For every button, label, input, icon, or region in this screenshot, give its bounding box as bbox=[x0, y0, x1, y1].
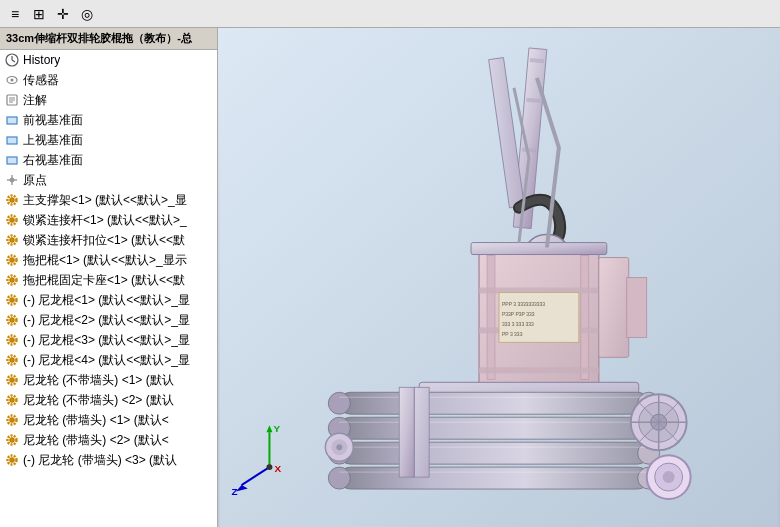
front-plane-icon bbox=[4, 112, 20, 128]
svg-rect-58 bbox=[479, 367, 599, 373]
tree-label-top-plane: 上视基准面 bbox=[23, 132, 83, 149]
tree-item-right-plane[interactable]: 右视基准面 bbox=[0, 150, 217, 170]
svg-rect-55 bbox=[581, 256, 589, 380]
gear-icon-10 bbox=[4, 372, 20, 388]
tree-item-part14[interactable]: (-) 尼龙轮 (带墙头) <3> (默认 bbox=[0, 450, 217, 470]
svg-point-81 bbox=[328, 467, 350, 489]
tree-item-part8[interactable]: (-) 尼龙棍<3> (默认<<默认>_显 bbox=[0, 330, 217, 350]
tree-item-part9[interactable]: (-) 尼龙棍<4> (默认<<默认>_显 bbox=[0, 350, 217, 370]
svg-rect-98 bbox=[399, 387, 414, 477]
tree-label-origin: 原点 bbox=[23, 172, 47, 189]
annotation-icon bbox=[4, 92, 20, 108]
tree-item-part1[interactable]: 主支撑架<1> (默认<<默认>_显 bbox=[0, 190, 217, 210]
svg-point-29 bbox=[10, 338, 15, 343]
tree-label-part1: 主支撑架<1> (默认<<默认>_显 bbox=[23, 192, 187, 209]
gear-icon-2 bbox=[4, 212, 20, 228]
svg-point-17 bbox=[10, 218, 15, 223]
history-icon bbox=[4, 52, 20, 68]
svg-rect-68 bbox=[339, 392, 648, 414]
svg-point-33 bbox=[10, 378, 15, 383]
svg-rect-59 bbox=[471, 243, 607, 255]
3d-viewport[interactable]: PPP 3 3333333333 P33P P3P 333 333 3 333 … bbox=[218, 28, 780, 527]
svg-point-4 bbox=[11, 79, 14, 82]
tree-label-annotation: 注解 bbox=[23, 92, 47, 109]
gear-icon-11 bbox=[4, 392, 20, 408]
tree-label-part11: 尼龙轮 (不带墙头) <2> (默认 bbox=[23, 392, 174, 409]
tree-label-part10: 尼龙轮 (不带墙头) <1> (默认 bbox=[23, 372, 174, 389]
toolbar-icon-2[interactable]: ⊞ bbox=[28, 3, 50, 25]
feature-tree-scroll[interactable]: History 传感器 bbox=[0, 50, 217, 527]
sensor-icon bbox=[4, 72, 20, 88]
svg-text:PPP 3 3333333333: PPP 3 3333333333 bbox=[502, 301, 545, 307]
toolbar-icon-3[interactable]: ✛ bbox=[52, 3, 74, 25]
svg-rect-66 bbox=[627, 278, 647, 338]
svg-point-41 bbox=[10, 458, 15, 463]
svg-text:Y: Y bbox=[273, 423, 280, 434]
feature-tree-title: 33cm伸缩杆双排轮胶棍拖（教布）-总 bbox=[0, 28, 217, 50]
origin-icon bbox=[4, 172, 20, 188]
tree-item-part11[interactable]: 尼龙轮 (不带墙头) <2> (默认 bbox=[0, 390, 217, 410]
svg-point-21 bbox=[10, 258, 15, 263]
gear-icon-5 bbox=[4, 272, 20, 288]
svg-rect-80 bbox=[339, 467, 648, 489]
tree-item-sensor[interactable]: 传感器 bbox=[0, 70, 217, 90]
svg-point-25 bbox=[10, 298, 15, 303]
svg-point-39 bbox=[10, 438, 15, 443]
svg-point-93 bbox=[336, 444, 342, 450]
tree-item-part2[interactable]: 锁紧连接杆<1> (默认<<默认>_ bbox=[0, 210, 217, 230]
svg-point-19 bbox=[10, 238, 15, 243]
svg-point-31 bbox=[10, 358, 15, 363]
gear-icon-4 bbox=[4, 252, 20, 268]
svg-point-35 bbox=[10, 398, 15, 403]
tree-item-part7[interactable]: (-) 尼龙棍<2> (默认<<默认>_显 bbox=[0, 310, 217, 330]
tree-item-front-plane[interactable]: 前视基准面 bbox=[0, 110, 217, 130]
svg-point-69 bbox=[328, 392, 350, 414]
svg-point-27 bbox=[10, 318, 15, 323]
gear-icon-12 bbox=[4, 412, 20, 428]
tree-label-part12: 尼龙轮 (带墙头) <1> (默认< bbox=[23, 412, 169, 429]
svg-text:PP 3 333: PP 3 333 bbox=[502, 331, 523, 337]
tree-label-part9: (-) 尼龙棍<4> (默认<<默认>_显 bbox=[23, 352, 190, 369]
tree-label-part6: (-) 尼龙棍<1> (默认<<默认>_显 bbox=[23, 292, 190, 309]
tree-item-part4[interactable]: 拖把棍<1> (默认<<默认>_显示 bbox=[0, 250, 217, 270]
tree-label-history: History bbox=[23, 53, 60, 67]
svg-rect-54 bbox=[487, 256, 495, 380]
tree-item-part12[interactable]: 尼龙轮 (带墙头) <1> (默认< bbox=[0, 410, 217, 430]
tree-label-part14: (-) 尼龙轮 (带墙头) <3> (默认 bbox=[23, 452, 177, 469]
svg-rect-97 bbox=[414, 387, 429, 477]
tree-item-part3[interactable]: 锁紧连接杆扣位<1> (默认<<默 bbox=[0, 230, 217, 250]
gear-icon-6 bbox=[4, 292, 20, 308]
gear-icon-3 bbox=[4, 232, 20, 248]
tree-item-part5[interactable]: 拖把棍固定卡座<1> (默认<<默 bbox=[0, 270, 217, 290]
tree-item-annotation[interactable]: 注解 bbox=[0, 90, 217, 110]
svg-line-2 bbox=[12, 60, 15, 62]
svg-point-37 bbox=[10, 418, 15, 423]
tree-label-part3: 锁紧连接杆扣位<1> (默认<<默 bbox=[23, 232, 185, 249]
tree-item-part6[interactable]: (-) 尼龙棍<1> (默认<<默认>_显 bbox=[0, 290, 217, 310]
tree-label-part4: 拖把棍<1> (默认<<默认>_显示 bbox=[23, 252, 187, 269]
tree-item-history[interactable]: History bbox=[0, 50, 217, 70]
tree-item-part13[interactable]: 尼龙轮 (带墙头) <2> (默认< bbox=[0, 430, 217, 450]
svg-rect-72 bbox=[339, 417, 648, 439]
toolbar-icon-1[interactable]: ≡ bbox=[4, 3, 26, 25]
tree-label-part7: (-) 尼龙棍<2> (默认<<默认>_显 bbox=[23, 312, 190, 329]
toolbar-icon-4[interactable]: ◎ bbox=[76, 3, 98, 25]
tree-item-origin[interactable]: 原点 bbox=[0, 170, 217, 190]
svg-point-23 bbox=[10, 278, 15, 283]
3d-model-svg: PPP 3 3333333333 P33P P3P 333 333 3 333 … bbox=[218, 28, 780, 527]
tree-item-part10[interactable]: 尼龙轮 (不带墙头) <1> (默认 bbox=[0, 370, 217, 390]
svg-text:X: X bbox=[274, 463, 281, 474]
gear-icon-9 bbox=[4, 352, 20, 368]
top-plane-icon bbox=[4, 132, 20, 148]
gear-icon-8 bbox=[4, 332, 20, 348]
right-plane-icon bbox=[4, 152, 20, 168]
tree-label-right-plane: 右视基准面 bbox=[23, 152, 83, 169]
tree-label-front-plane: 前视基准面 bbox=[23, 112, 83, 129]
gear-icon-7 bbox=[4, 312, 20, 328]
svg-text:P33P P3P 333: P33P P3P 333 bbox=[502, 311, 535, 317]
feature-tree-panel: 33cm伸缩杆双排轮胶棍拖（教布）-总 History bbox=[0, 28, 218, 527]
tree-item-top-plane[interactable]: 上视基准面 bbox=[0, 130, 217, 150]
gear-icon-13 bbox=[4, 432, 20, 448]
svg-text:Z: Z bbox=[232, 486, 238, 497]
svg-rect-65 bbox=[599, 258, 629, 358]
